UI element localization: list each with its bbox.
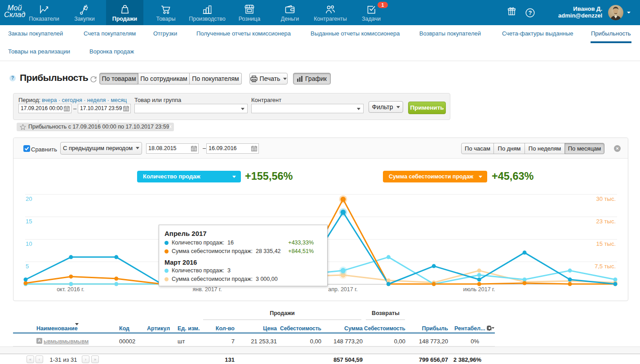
svg-text:?: ? [529,10,532,16]
